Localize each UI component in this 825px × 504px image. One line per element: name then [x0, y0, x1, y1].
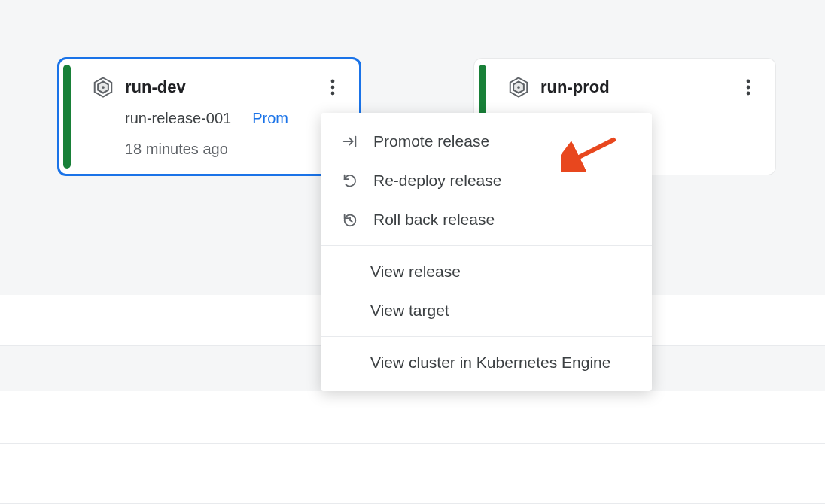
svg-point-4 — [331, 86, 335, 90]
menu-item-rollback-release[interactable]: Roll back release — [321, 200, 652, 239]
menu-item-label: Re-deploy release — [373, 172, 501, 190]
menu-separator — [321, 336, 652, 337]
menu-item-view-target[interactable]: View target — [321, 291, 652, 330]
card-timestamp: 18 minutes ago — [125, 141, 348, 158]
menu-item-label: View target — [370, 302, 449, 320]
pipeline-card-dev[interactable]: run-dev run-release-001 Prom 18 minutes … — [59, 59, 360, 175]
release-name: run-release-001 — [125, 110, 231, 127]
svg-point-9 — [747, 80, 750, 83]
menu-item-label: Roll back release — [373, 211, 495, 229]
status-stripe — [63, 65, 71, 169]
card-title: run-dev — [125, 77, 307, 97]
kubernetes-icon — [92, 76, 114, 99]
menu-separator — [321, 245, 652, 246]
svg-point-11 — [747, 92, 750, 96]
kubernetes-icon — [507, 76, 530, 99]
more-vert-icon — [330, 78, 336, 96]
promote-icon — [342, 133, 358, 150]
svg-point-5 — [331, 92, 335, 96]
more-menu-button[interactable] — [733, 72, 763, 102]
card-context-menu: Promote release Re-deploy release Roll b… — [321, 113, 652, 391]
rollback-icon — [342, 211, 358, 228]
redeploy-icon — [342, 172, 358, 189]
menu-item-view-release[interactable]: View release — [321, 252, 652, 291]
menu-item-promote-release[interactable]: Promote release — [321, 122, 652, 161]
table-row: (latest) Jan 30, 2022, 11:06:26 11:05:25… — [0, 444, 825, 504]
svg-point-2 — [102, 86, 105, 89]
menu-item-view-cluster[interactable]: View cluster in Kubernetes Engine — [321, 343, 652, 382]
svg-point-8 — [517, 86, 520, 89]
more-vert-icon — [745, 78, 751, 96]
card-title: run-prod — [540, 77, 723, 97]
menu-item-label: Promote release — [373, 132, 489, 150]
svg-point-3 — [331, 80, 335, 83]
menu-item-label: View release — [370, 263, 461, 281]
more-menu-button[interactable] — [318, 72, 348, 102]
svg-point-10 — [747, 86, 750, 90]
menu-item-redeploy-release[interactable]: Re-deploy release — [321, 161, 652, 200]
promote-link[interactable]: Prom — [252, 110, 288, 127]
menu-item-label: View cluster in Kubernetes Engine — [370, 354, 610, 372]
table-header-row: Last rollout started — [0, 391, 825, 444]
